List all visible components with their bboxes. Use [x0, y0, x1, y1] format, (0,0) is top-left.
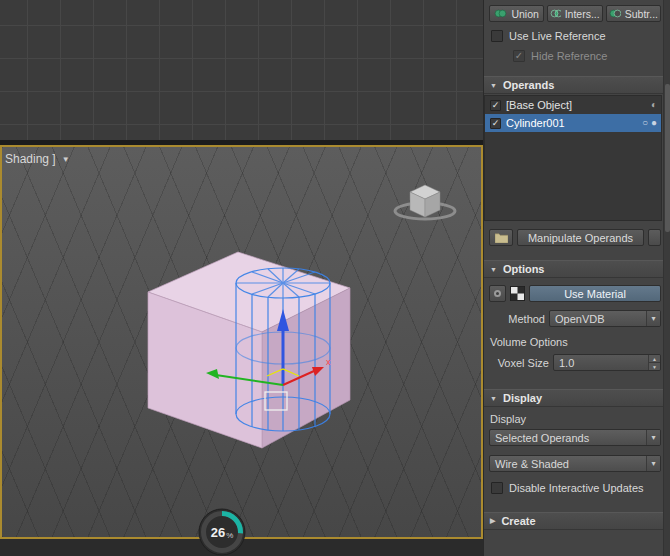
scene-3d[interactable]: x: [2, 147, 481, 537]
panel-scrollbar-thumb[interactable]: [665, 84, 670, 232]
operand-row-cylinder001[interactable]: ✓ Cylinder001 ○ ●: [485, 114, 661, 132]
shading-mode-row: Wire & Shaded ▾: [489, 455, 661, 472]
operand-solid-icon[interactable]: ●: [651, 118, 657, 128]
viewport-top[interactable]: [0, 0, 483, 140]
open-folder-button[interactable]: [489, 229, 513, 246]
operand-display-icon[interactable]: ○: [642, 118, 648, 128]
use-live-reference-label: Use Live Reference: [509, 30, 606, 42]
viewport-main[interactable]: x Shading ] ▼: [0, 145, 483, 539]
operand-label: [Base Object]: [506, 99, 572, 111]
operand-mode-icon[interactable]: ◐: [651, 100, 657, 110]
use-live-reference-row: Use Live Reference: [491, 30, 670, 42]
radio-dot-icon: [494, 290, 501, 297]
disable-interactive-updates-row: Disable Interactive Updates: [491, 482, 670, 494]
operand-tools-row: Manipulate Operands: [489, 229, 661, 246]
display-section-header[interactable]: ▼ Display: [484, 389, 670, 407]
union-icon: [494, 9, 507, 18]
box-operand[interactable]: [148, 252, 350, 448]
command-panel: Union Inters... Subtr... Use Live: [483, 0, 670, 556]
create-section-header[interactable]: ▶ Create: [484, 512, 670, 530]
viewport-label-menu-arrow[interactable]: ▼: [62, 155, 70, 164]
chevron-down-icon[interactable]: ▾: [646, 430, 660, 445]
operand-list[interactable]: ✓ [Base Object] ◐ ✓ Cylinder001 ○ ●: [484, 95, 662, 221]
voxel-size-row: Voxel Size 1.0 ▲ ▼: [489, 354, 661, 371]
intersection-label: Inters...: [565, 8, 600, 20]
intersection-icon: [550, 9, 560, 18]
rollout-open-icon: ▼: [490, 395, 497, 402]
folder-icon: [495, 233, 508, 243]
voxel-size-spinner[interactable]: ▲ ▼: [648, 355, 660, 370]
subtract-icon: [609, 9, 621, 18]
rollout-open-icon: ▼: [490, 266, 497, 273]
hide-reference-checkbox[interactable]: ✓: [513, 50, 525, 62]
chevron-down-icon[interactable]: ▾: [646, 456, 660, 471]
display-mode-value: Selected Operands: [495, 432, 589, 444]
options-section-title: Options: [503, 263, 545, 275]
intersection-button[interactable]: Inters...: [547, 5, 602, 22]
display-section-title: Display: [503, 392, 542, 404]
checkmark-icon: ✓: [492, 101, 500, 110]
use-live-reference-checkbox[interactable]: [491, 30, 503, 42]
disable-interactive-updates-label: Disable Interactive Updates: [509, 482, 644, 494]
progress-indicator: 26 %: [198, 508, 246, 556]
shading-mode-value: Wire & Shaded: [495, 458, 569, 470]
method-row: Method OpenVDB ▾: [489, 310, 661, 327]
manipulate-operands-label: Manipulate Operands: [528, 232, 633, 244]
voxel-size-field[interactable]: 1.0 ▲ ▼: [553, 354, 661, 371]
rollout-closed-icon: ▶: [490, 517, 495, 525]
method-dropdown[interactable]: OpenVDB ▾: [549, 310, 661, 327]
use-material-button[interactable]: Use Material: [529, 285, 661, 302]
subtract-button[interactable]: Subtr...: [606, 5, 661, 22]
checkmark-icon: ✓: [515, 51, 523, 61]
boolean-operation-row: Union Inters... Subtr...: [489, 5, 661, 22]
display-mode-row: Selected Operands ▾: [489, 429, 661, 446]
pick-material-button[interactable]: [489, 285, 506, 302]
checkmark-icon: ✓: [492, 119, 500, 128]
operands-section-title: Operands: [503, 79, 554, 91]
shading-mode-dropdown[interactable]: Wire & Shaded ▾: [489, 455, 661, 472]
union-label: Union: [511, 8, 538, 20]
operand-enabled-checkbox[interactable]: ✓: [490, 118, 501, 129]
hide-reference-row: ✓ Hide Reference: [513, 50, 670, 62]
application-window: x Shading ] ▼ 26 %: [0, 0, 670, 556]
voxel-size-label: Voxel Size: [489, 357, 549, 369]
spinner-up-icon[interactable]: ▲: [649, 355, 660, 363]
volume-options-label: Volume Options: [490, 336, 670, 348]
rollout-open-icon: ▼: [490, 82, 497, 89]
display-mode-dropdown[interactable]: Selected Operands ▾: [489, 429, 661, 446]
more-tools-button[interactable]: [648, 229, 661, 246]
display-label: Display: [490, 413, 670, 425]
method-label: Method: [489, 313, 545, 325]
create-section-title: Create: [501, 515, 535, 527]
spinner-down-icon[interactable]: ▼: [649, 363, 660, 370]
operand-row-base-object[interactable]: ✓ [Base Object] ◐: [485, 96, 661, 114]
x-axis-label: x: [326, 357, 331, 367]
operand-enabled-checkbox[interactable]: ✓: [490, 100, 501, 111]
scene-gizmo-cube: [395, 185, 455, 219]
method-value: OpenVDB: [555, 313, 605, 325]
chevron-down-icon[interactable]: ▾: [646, 311, 660, 326]
viewport-label[interactable]: Shading ] ▼: [5, 152, 70, 166]
progress-unit: %: [226, 531, 233, 540]
progress-value: 26: [211, 525, 225, 540]
material-checker-icon[interactable]: [510, 286, 525, 301]
manipulate-operands-button[interactable]: Manipulate Operands: [517, 229, 644, 246]
union-button[interactable]: Union: [489, 5, 544, 22]
voxel-size-value[interactable]: 1.0: [554, 355, 648, 370]
hide-reference-label: Hide Reference: [531, 50, 607, 62]
operands-section-header[interactable]: ▼ Operands: [484, 76, 670, 94]
material-row: Use Material: [489, 285, 661, 302]
subtract-label: Subtr...: [625, 8, 658, 20]
operand-label: Cylinder001: [506, 117, 565, 129]
viewport-label-text: Shading ]: [5, 152, 56, 166]
options-section-header[interactable]: ▼ Options: [484, 260, 670, 278]
panel-scrollbar[interactable]: [663, 0, 670, 556]
disable-interactive-updates-checkbox[interactable]: [491, 482, 503, 494]
use-material-label: Use Material: [564, 288, 626, 300]
